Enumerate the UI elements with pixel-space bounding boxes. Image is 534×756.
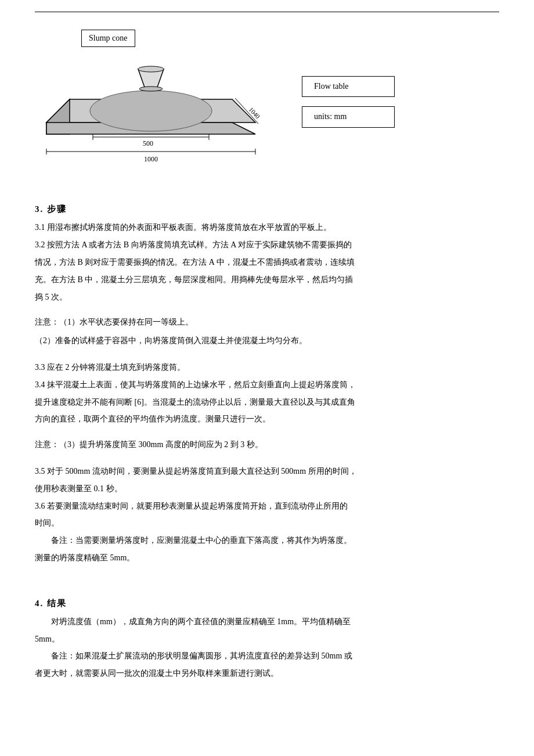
slump-cone-label-text: Slump cone bbox=[89, 34, 128, 42]
svg-text:500: 500 bbox=[143, 139, 153, 147]
backup-line2: 者更大时，就需要从同一批次的混凝土中另外取样来重新进行测试。 bbox=[35, 667, 499, 681]
para-3-2-line3: 充。在方法 B 中，混凝土分三层填充，每层深度相同。用捣棒先使每层水平，然后均匀… bbox=[35, 273, 499, 287]
para-3-1: 3.1 用湿布擦拭坍落度筒的外表面和平板表面。将坍落度筒放在水平放置的平板上。 bbox=[35, 221, 499, 235]
slump-cone-label-box: Slump cone bbox=[81, 30, 135, 47]
backup-line1: 备注：如果混凝土扩展流动的形状明显偏离圆形，其坍流度直径的差异达到 50mm 或 bbox=[35, 649, 499, 663]
para-4-line2: 5mm。 bbox=[35, 632, 499, 646]
note-3: 注意：（3）提升坍落度筒至 300mm 高度的时间应为 2 到 3 秒。 bbox=[35, 438, 499, 452]
svg-point-4 bbox=[90, 91, 212, 131]
section-4: 4. 结果 对坍流度值（mm），成直角方向的两个直径值的测量应精确至 1mm。平… bbox=[35, 596, 499, 681]
flow-table-label-text: Flow table bbox=[314, 82, 349, 91]
diagram-svg-container: 500 1000 1040 bbox=[35, 47, 279, 179]
para-3-4-line2: 提升速度稳定并不能有间断 [6]。当混凝土的流动停止以后，测量最大直径以及与其成… bbox=[35, 395, 499, 409]
units-label-text: units: mm bbox=[314, 112, 347, 121]
note-2: （2）准备的试样盛于容器中，向坍落度筒倒入混凝土并使混凝土均匀分布。 bbox=[35, 334, 499, 348]
para-3-2-line2: 情况，方法 B 则对应于需要振捣的情况。在方法 A 中，混凝土不需插捣或者震动，… bbox=[35, 255, 499, 269]
flow-table-label-box: Flow table bbox=[302, 76, 395, 97]
para-3-5-line1: 3.5 对于 500mm 流动时间，要测量从提起坍落度筒直到最大直径达到 500… bbox=[35, 465, 499, 478]
top-divider bbox=[35, 12, 499, 12]
para-4-line1: 对坍流度值（mm），成直角方向的两个直径值的测量应精确至 1mm。平均值精确至 bbox=[35, 615, 499, 629]
section-4-heading: 4. 结果 bbox=[35, 596, 499, 610]
note-backup-1: 备注：当需要测量坍落度时，应测量混凝土中心的垂直下落高度，将其作为坍落度。 bbox=[35, 534, 499, 548]
note-1: 注意：（1）水平状态要保持在同一等级上。 bbox=[35, 315, 499, 329]
flow-table-diagram: 500 1000 1040 bbox=[35, 47, 267, 175]
svg-text:1000: 1000 bbox=[144, 155, 158, 163]
para-3-4-line3: 方向的直径，取两个直径的平均值作为坍流度。测量只进行一次。 bbox=[35, 412, 499, 426]
para-3-6-line2: 时间。 bbox=[35, 516, 499, 530]
diagram-section: Slump cone bbox=[35, 30, 499, 179]
para-3-6-line1: 3.6 若要测量流动结束时间，就要用秒表测量从提起坍落度筒开始，直到流动停止所用… bbox=[35, 499, 499, 513]
para-3-3: 3.3 应在 2 分钟将混凝土填充到坍落度筒。 bbox=[35, 361, 499, 375]
svg-point-6 bbox=[138, 66, 164, 72]
diagram-right: Flow table units: mm bbox=[302, 76, 395, 128]
units-label-box: units: mm bbox=[302, 106, 395, 127]
svg-point-7 bbox=[139, 87, 163, 91]
para-3-2-line1: 3.2 按照方法 A 或者方法 B 向坍落度筒填充试样。方法 A 对应于实际建筑… bbox=[35, 238, 499, 252]
section-3-heading: 3. 步骤 bbox=[35, 202, 499, 216]
diagram-left: Slump cone bbox=[35, 30, 279, 179]
para-3-4-line1: 3.4 抹平混凝土上表面，使其与坍落度筒的上边缘水平，然后立刻垂直向上提起坍落度… bbox=[35, 378, 499, 392]
note-backup-2: 测量的坍落度精确至 5mm。 bbox=[35, 551, 499, 565]
page-container: Slump cone bbox=[0, 0, 534, 756]
para-3-2-line4: 捣 5 次。 bbox=[35, 290, 499, 304]
section-3: 3. 步骤 3.1 用湿布擦拭坍落度筒的外表面和平板表面。将坍落度筒放在水平放置… bbox=[35, 202, 499, 564]
para-3-5-line2: 使用秒表测量至 0.1 秒。 bbox=[35, 482, 499, 496]
